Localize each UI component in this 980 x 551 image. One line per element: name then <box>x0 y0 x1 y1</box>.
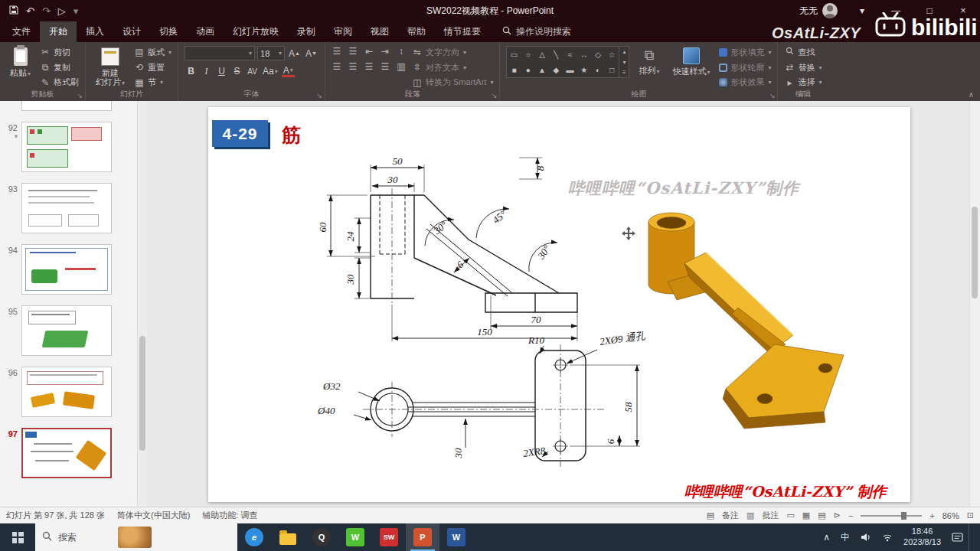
language-status[interactable]: 简体中文(中国大陆) <box>117 510 190 521</box>
layout-button[interactable]: ▤版式▾ <box>134 46 172 59</box>
comments-button[interactable]: 批注 <box>762 510 779 521</box>
slide-thumbnail-91-partial[interactable] <box>21 101 112 111</box>
taskbar-clock[interactable]: 18:46 2023/8/13 <box>898 523 946 551</box>
new-slide-button[interactable]: 新建幻灯片▾ <box>92 46 129 89</box>
quick-styles-button[interactable]: 快速样式▾ <box>668 46 714 89</box>
taskbar-app-solidworks[interactable]: SW <box>372 523 406 551</box>
shape-outline-button[interactable]: 形状轮廓▾ <box>719 61 771 74</box>
tell-me-search[interactable]: 操作说明搜索 <box>502 21 571 42</box>
underline-button[interactable]: U <box>215 64 228 78</box>
paste-button[interactable]: 粘贴▾ <box>6 46 34 89</box>
section-button[interactable]: ▦节▾ <box>134 76 172 89</box>
search-highlight-image[interactable] <box>118 527 152 548</box>
tab-insert[interactable]: 插入 <box>77 21 113 42</box>
strikethrough-button[interactable]: S <box>230 64 243 78</box>
network-icon[interactable] <box>877 523 898 551</box>
bullets-icon[interactable]: ☰ <box>332 46 342 57</box>
align-right-icon[interactable]: ☰ <box>364 61 374 72</box>
bold-button[interactable]: B <box>185 64 198 78</box>
line-spacing-icon[interactable]: ↕ <box>396 46 407 57</box>
ime-indicator[interactable]: 中 <box>835 523 855 551</box>
slideshow-view-icon[interactable]: ⊳ <box>834 510 841 520</box>
normal-view-icon[interactable]: ▭ <box>786 510 794 520</box>
undo-icon[interactable]: ↶ <box>26 5 34 17</box>
user-avatar[interactable] <box>822 3 838 18</box>
replace-button[interactable]: ⇄替换▾ <box>784 61 822 74</box>
tab-record[interactable]: 录制 <box>288 21 325 42</box>
font-name-combo[interactable]: ▾ <box>185 46 255 60</box>
slide-thumbnail-93[interactable] <box>21 183 112 233</box>
tab-storyboarding[interactable]: 情节提要 <box>435 21 490 42</box>
columns-icon[interactable]: ▥ <box>396 61 407 72</box>
start-button[interactable] <box>0 523 35 551</box>
accessibility-status[interactable]: 辅助功能: 调查 <box>202 510 257 521</box>
clipboard-dialog-launcher[interactable]: ↘ <box>77 92 83 99</box>
tab-review[interactable]: 审阅 <box>325 21 361 42</box>
select-button[interactable]: ▸选择▾ <box>784 76 822 89</box>
collapse-ribbon-icon[interactable]: ∧ <box>969 90 974 99</box>
align-left-icon[interactable]: ☰ <box>332 61 342 72</box>
cut-button[interactable]: ✂剪切 <box>40 46 79 59</box>
copy-button[interactable]: ⧉复制 <box>40 61 79 74</box>
taskbar-app-word[interactable]: W <box>439 523 473 551</box>
fit-slide-icon[interactable]: ⊡ <box>967 510 974 520</box>
zoom-out-icon[interactable]: − <box>848 511 853 520</box>
shapes-scroll[interactable]: ▴▾≡ <box>619 46 629 78</box>
redo-icon[interactable]: ↷ <box>42 5 51 17</box>
zoom-level[interactable]: 86% <box>942 511 959 520</box>
slide-canvas[interactable]: 50 30 8 60 24 30 150 70 30° 45° 30° 6 Ø3… <box>208 107 910 502</box>
taskbar-search-input[interactable]: 搜索 <box>35 523 237 551</box>
start-slideshow-icon[interactable]: ▷ <box>58 5 66 17</box>
taskbar-app-qq[interactable]: Q <box>305 523 338 551</box>
thumbnail-scrollbar[interactable] <box>137 101 147 507</box>
shapes-gallery[interactable]: ▭○△╲≈↔◇☆ ■●▲◆▬★◐□ ▴▾≡ <box>506 46 629 89</box>
tab-view[interactable]: 视图 <box>361 21 398 42</box>
volume-icon[interactable] <box>855 523 877 551</box>
text-direction-button[interactable]: ⇋文字方向▾ <box>412 46 493 59</box>
slide-thumbnail-92[interactable] <box>21 122 112 172</box>
arrange-button[interactable]: ⧉ 排列▾ <box>635 46 663 89</box>
save-icon[interactable] <box>9 5 18 17</box>
slide-thumbnail-95[interactable] <box>21 305 112 356</box>
font-size-combo[interactable]: 18▾ <box>257 46 285 60</box>
character-spacing-button[interactable]: AV <box>246 64 259 78</box>
align-center-icon[interactable]: ☰ <box>348 61 358 72</box>
convert-smartart-button[interactable]: ◫转换为 SmartArt▾ <box>412 76 493 89</box>
taskbar-app-file-explorer[interactable] <box>271 523 305 551</box>
font-dialog-launcher[interactable]: ↘ <box>316 92 322 99</box>
tab-help[interactable]: 帮助 <box>398 21 435 42</box>
reading-view-icon[interactable]: ▤ <box>818 510 825 520</box>
grow-font-button[interactable]: A▲ <box>287 47 302 60</box>
decrease-indent-icon[interactable]: ⇤ <box>364 46 374 57</box>
zoom-slider[interactable] <box>861 515 922 517</box>
drawing-dialog-launcher[interactable]: ↘ <box>769 92 776 99</box>
font-color-button[interactable]: A▾ <box>282 65 295 77</box>
tab-slideshow[interactable]: 幻灯片放映 <box>224 21 288 42</box>
reset-button[interactable]: ⟲重置 <box>134 61 172 74</box>
action-center-icon[interactable] <box>946 523 969 551</box>
tab-animations[interactable]: 动画 <box>187 21 224 42</box>
slide-sorter-view-icon[interactable]: ▦ <box>802 510 810 520</box>
numbering-icon[interactable]: ☰ <box>348 46 358 57</box>
taskbar-app-edge[interactable]: e <box>237 523 271 551</box>
paragraph-dialog-launcher[interactable]: ↘ <box>492 92 498 99</box>
notes-button[interactable]: 备注 <box>722 510 739 521</box>
tab-transitions[interactable]: 切换 <box>150 21 187 42</box>
change-case-button[interactable]: Aa▾ <box>261 64 279 78</box>
tray-expand-icon[interactable]: ∧ <box>818 523 835 551</box>
shape-effects-button[interactable]: 形状效果▾ <box>719 76 771 89</box>
zoom-in-icon[interactable]: + <box>929 511 934 520</box>
tab-design[interactable]: 设计 <box>113 21 150 42</box>
slide-thumbnail-96[interactable] <box>21 367 112 417</box>
tab-file[interactable]: 文件 <box>3 21 40 42</box>
increase-indent-icon[interactable]: ⇥ <box>380 46 390 57</box>
taskbar-app-wechat[interactable]: W <box>338 523 372 551</box>
slide-scrollbar[interactable] <box>969 101 980 507</box>
account-area[interactable]: 无无 <box>792 3 845 18</box>
shrink-font-button[interactable]: A▼ <box>304 47 318 60</box>
customize-quick-access-icon[interactable]: ▾ <box>74 5 79 17</box>
justify-icon[interactable]: ☰ <box>380 61 390 72</box>
slide-thumbnail-97[interactable] <box>21 428 112 478</box>
slide-thumbnail-94[interactable] <box>21 244 112 295</box>
align-text-button[interactable]: ⇳对齐文本▾ <box>412 61 493 74</box>
